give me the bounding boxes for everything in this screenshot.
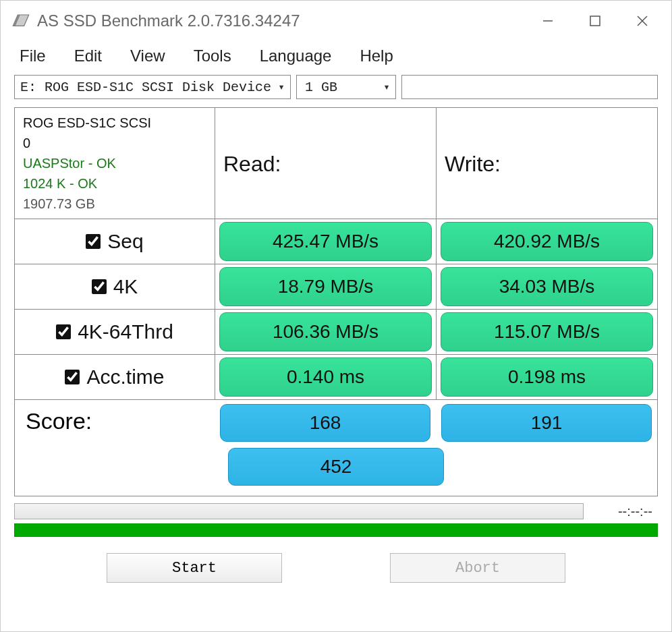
timer-label: --:--:-- [584, 504, 658, 519]
score-write: 191 [441, 404, 652, 442]
4k-write-value: 34.03 MB/s [441, 267, 653, 306]
svg-rect-3 [590, 16, 600, 26]
4k-label: 4K [113, 275, 138, 298]
menu-edit[interactable]: Edit [74, 47, 102, 65]
4k64-write-cell: 115.07 MB/s [437, 310, 657, 354]
seq-checkbox[interactable] [86, 234, 101, 249]
4k64-write-value: 115.07 MB/s [441, 312, 653, 351]
score-total: 452 [228, 448, 444, 486]
selector-row: E: ROG ESD-S1C SCSI Disk Device ▾ 1 GB ▾ [1, 75, 671, 105]
seq-write-cell: 420.92 MB/s [437, 219, 657, 264]
drive-align: 1024 K - OK [23, 173, 97, 194]
size-select[interactable]: 1 GB ▾ [296, 75, 396, 99]
acc-label: Acc.time [86, 366, 164, 389]
score-read: 168 [220, 404, 430, 442]
minimize-button[interactable] [524, 4, 571, 38]
4k-read-cell: 18.79 MB/s [215, 264, 436, 309]
score-label: Score: [15, 400, 215, 448]
progress-bar-1 [14, 503, 584, 519]
progress-row: --:--:-- [14, 503, 658, 519]
score-total-row: 452 [15, 448, 657, 496]
4k64-checkbox[interactable] [56, 324, 71, 339]
menu-tools[interactable]: Tools [194, 47, 231, 65]
results-grid: ROG ESD-S1C SCSI 0 UASPStor - OK 1024 K … [14, 107, 658, 496]
drive-index: 0 [23, 133, 30, 153]
row-acc-label: Acc.time [15, 355, 215, 399]
window-title: AS SSD Benchmark 2.0.7316.34247 [37, 11, 524, 30]
drive-select[interactable]: E: ROG ESD-S1C SCSI Disk Device ▾ [14, 75, 291, 99]
acc-checkbox[interactable] [65, 370, 80, 384]
score-write-cell: 191 [436, 400, 657, 443]
menu-file[interactable]: File [20, 47, 46, 65]
menu-help[interactable]: Help [360, 47, 393, 65]
acc-write-cell: 0.198 ms [437, 355, 657, 399]
4k-checkbox[interactable] [92, 279, 107, 294]
menu-language[interactable]: Language [260, 47, 332, 65]
window-controls [524, 4, 666, 38]
app-window: AS SSD Benchmark 2.0.7316.34247 File Edi… [0, 0, 672, 632]
drive-select-value: E: ROG ESD-S1C SCSI Disk Device [20, 80, 271, 95]
header-read: Read: [215, 108, 436, 219]
size-select-value: 1 GB [305, 80, 337, 95]
4k-write-cell: 34.03 MB/s [437, 264, 657, 309]
score-area: Score: 168 191 452 [15, 400, 657, 496]
header-write: Write: [437, 108, 657, 219]
abort-button: Abort [390, 553, 565, 583]
seq-read-cell: 425.47 MB/s [215, 219, 436, 264]
drive-uasp: UASPStor - OK [23, 153, 116, 173]
row-4k-label: 4K [15, 264, 215, 309]
4k64-read-value: 106.36 MB/s [219, 312, 432, 351]
score-read-cell: 168 [215, 400, 436, 443]
acc-write-value: 0.198 ms [441, 357, 653, 397]
button-row: Start Abort [1, 537, 671, 596]
title-bar: AS SSD Benchmark 2.0.7316.34247 [1, 1, 671, 41]
4k-read-value: 18.79 MB/s [219, 267, 432, 306]
app-icon [11, 10, 30, 32]
drive-info-cell: ROG ESD-S1C SCSI 0 UASPStor - OK 1024 K … [15, 108, 215, 219]
drive-name: ROG ESD-S1C SCSI [23, 113, 151, 133]
4k64-label: 4K-64Thrd [78, 320, 173, 343]
acc-read-value: 0.140 ms [219, 357, 432, 397]
menu-view[interactable]: View [130, 47, 165, 65]
start-button[interactable]: Start [107, 553, 282, 583]
maximize-button[interactable] [571, 4, 619, 38]
seq-read-value: 425.47 MB/s [219, 222, 432, 261]
row-4k64-label: 4K-64Thrd [15, 310, 215, 354]
seq-label: Seq [107, 230, 143, 253]
row-seq-label: Seq [15, 219, 215, 264]
blank-field[interactable] [401, 75, 658, 99]
acc-read-cell: 0.140 ms [215, 355, 436, 399]
drive-capacity: 1907.73 GB [23, 194, 95, 214]
chevron-down-icon: ▾ [278, 80, 285, 94]
seq-write-value: 420.92 MB/s [441, 222, 653, 261]
progress-bar-2 [14, 523, 658, 537]
menu-bar: File Edit View Tools Language Help [1, 41, 671, 75]
chevron-down-icon: ▾ [383, 80, 390, 94]
close-button[interactable] [619, 4, 666, 38]
4k64-read-cell: 106.36 MB/s [215, 310, 436, 354]
